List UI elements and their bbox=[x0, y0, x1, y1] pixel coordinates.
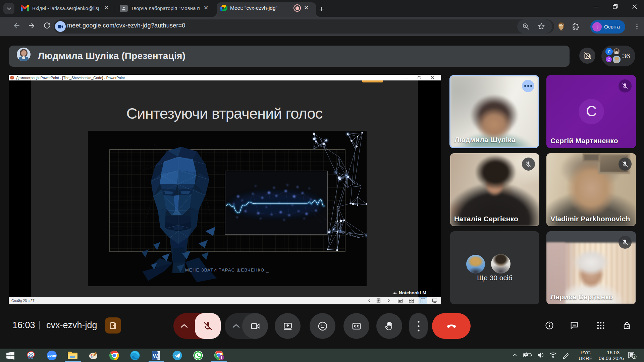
svg-text:P: P bbox=[11, 76, 12, 79]
svg-text:МЕНЕ ЗВАТИ ТАРАС ШЕВЧЕНКО._: МЕНЕ ЗВАТИ ТАРАС ШЕВЧЕНКО._ bbox=[185, 267, 269, 273]
svg-text:1: 1 bbox=[634, 355, 635, 359]
